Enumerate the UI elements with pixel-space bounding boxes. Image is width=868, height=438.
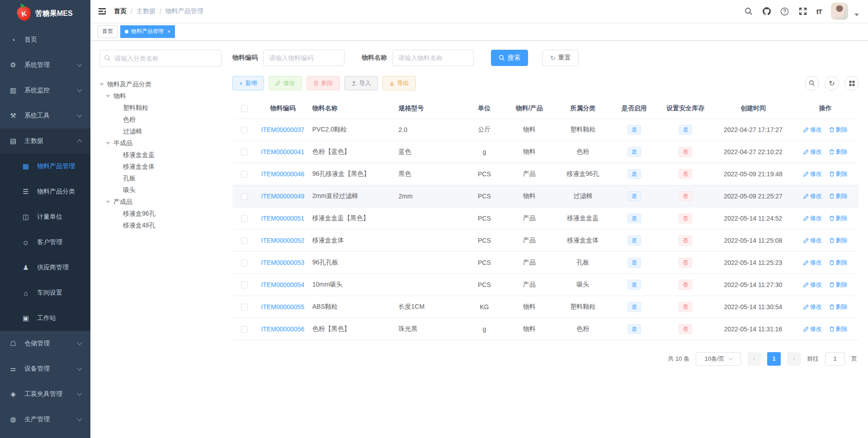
- search-icon[interactable]: [744, 7, 753, 16]
- material-code-link[interactable]: ITEM00000041: [261, 148, 305, 155]
- close-icon[interactable]: ×: [167, 28, 170, 35]
- material-code-link[interactable]: ITEM00000037: [261, 126, 305, 133]
- row-delete-link[interactable]: 删除: [829, 170, 848, 178]
- tree-node-leaf[interactable]: 塑料颗粒: [99, 102, 222, 114]
- row-delete-link[interactable]: 删除: [829, 281, 848, 289]
- row-checkbox[interactable]: [241, 237, 248, 244]
- material-code-link[interactable]: ITEM00000052: [261, 237, 305, 244]
- prev-page-button[interactable]: ‹: [747, 352, 761, 366]
- row-edit-link[interactable]: 修改: [803, 236, 822, 245]
- row-edit-link[interactable]: 修改: [803, 192, 822, 200]
- import-button[interactable]: 导入: [344, 76, 378, 90]
- row-checkbox[interactable]: [241, 171, 248, 178]
- sidebar-item-production-management[interactable]: ◍ 生产管理: [0, 407, 90, 432]
- show-search-toggle-button[interactable]: [805, 76, 819, 90]
- material-code-link[interactable]: ITEM00000051: [261, 215, 305, 222]
- material-code-link[interactable]: ITEM00000056: [261, 325, 305, 333]
- github-icon[interactable]: [762, 7, 771, 16]
- tree-node-leaf[interactable]: 过滤棉: [99, 126, 222, 137]
- row-delete-link[interactable]: 删除: [829, 303, 848, 311]
- tree-node-leaf[interactable]: 移液盒96孔: [99, 208, 222, 220]
- sidebar-item-equipment-management[interactable]: ⚌ 设备管理: [0, 356, 90, 381]
- add-button[interactable]: + 新增: [232, 76, 264, 90]
- tree-node-leaf[interactable]: 移液盒盒盖: [99, 149, 222, 161]
- material-code-link[interactable]: ITEM00000049: [261, 193, 305, 200]
- tree-node-finished[interactable]: 产成品: [99, 196, 222, 208]
- edit-button[interactable]: 修改: [269, 76, 302, 90]
- row-edit-link[interactable]: 修改: [803, 281, 822, 289]
- code-filter-input[interactable]: [263, 50, 344, 66]
- next-page-button[interactable]: ›: [787, 352, 801, 366]
- row-delete-link[interactable]: 删除: [829, 236, 848, 245]
- row-checkbox[interactable]: [241, 215, 248, 222]
- sidebar-item-master-data[interactable]: ▤ 主数据: [0, 128, 90, 154]
- sidebar-item-warehouse-management[interactable]: ☖ 仓储管理: [0, 331, 90, 356]
- row-checkbox[interactable]: [241, 149, 248, 155]
- sidebar-item-home[interactable]: ◔ 首页: [0, 27, 90, 52]
- reset-button[interactable]: ↻ 重置: [542, 50, 579, 66]
- tree-node-semifinished[interactable]: 半成品: [99, 137, 222, 149]
- tree-expand-icon[interactable]: [106, 201, 110, 203]
- row-delete-link[interactable]: 删除: [829, 259, 848, 267]
- tree-expand-icon[interactable]: [99, 83, 104, 86]
- tree-node-material[interactable]: 物料: [99, 90, 222, 102]
- delete-button[interactable]: 删除: [307, 76, 340, 90]
- sidebar-item-material-product-category[interactable]: ☰ 物料产品分类: [0, 179, 90, 204]
- row-delete-link[interactable]: 删除: [829, 214, 848, 222]
- page-number-button[interactable]: 1: [767, 352, 781, 366]
- search-button[interactable]: 搜索: [491, 50, 528, 66]
- material-code-link[interactable]: ITEM00000053: [261, 259, 305, 266]
- fullscreen-icon[interactable]: [798, 7, 807, 16]
- row-checkbox[interactable]: [241, 304, 248, 311]
- sidebar-item-system-monitor[interactable]: ▥ 系统监控: [0, 78, 90, 103]
- row-edit-link[interactable]: 修改: [803, 303, 822, 311]
- row-delete-link[interactable]: 删除: [829, 192, 848, 200]
- sidebar-item-workshop-settings[interactable]: ⌂ 车间设置: [0, 280, 90, 306]
- tree-node-leaf[interactable]: 吸头: [99, 184, 222, 196]
- user-menu-caret-icon[interactable]: [854, 14, 859, 16]
- breadcrumb-master-data[interactable]: 主数据: [137, 7, 156, 15]
- row-edit-link[interactable]: 修改: [803, 259, 822, 267]
- tree-node-leaf[interactable]: 移液盒48孔: [99, 220, 222, 231]
- sidebar-item-tooling-fixture-management[interactable]: ◈ 工装夹具管理: [0, 381, 90, 407]
- tree-node-root[interactable]: 物料及产品分类: [99, 79, 222, 90]
- tree-expand-icon[interactable]: [106, 95, 110, 98]
- name-filter-input[interactable]: [392, 50, 474, 66]
- tab-home[interactable]: 首页: [98, 25, 118, 38]
- font-size-icon[interactable]: tT: [816, 8, 822, 15]
- row-edit-link[interactable]: 修改: [803, 170, 822, 178]
- tree-node-leaf[interactable]: 色粉: [99, 114, 222, 126]
- tree-expand-icon[interactable]: [106, 142, 110, 145]
- material-code-link[interactable]: ITEM00000054: [261, 281, 305, 288]
- select-all-checkbox[interactable]: [241, 105, 248, 112]
- column-settings-button[interactable]: [844, 76, 859, 90]
- row-edit-link[interactable]: 修改: [803, 126, 822, 134]
- sidebar-item-customer-management[interactable]: ☺ 客户管理: [0, 230, 90, 255]
- refresh-table-button[interactable]: ↻: [825, 76, 839, 90]
- sidebar-item-system-tools[interactable]: ⚒ 系统工具: [0, 103, 90, 128]
- sidebar-item-measurement-unit[interactable]: ◫ 计量单位: [0, 204, 90, 230]
- sidebar-item-system-management[interactable]: ⚙ 系统管理: [0, 52, 90, 78]
- row-checkbox[interactable]: [241, 282, 248, 288]
- sidebar-toggle-icon[interactable]: [98, 7, 107, 16]
- category-search-input[interactable]: [99, 50, 222, 67]
- sidebar-item-workstation[interactable]: ▣ 工作站: [0, 306, 90, 331]
- sidebar-item-supplier-management[interactable]: ♟ 供应商管理: [0, 255, 90, 280]
- row-checkbox[interactable]: [241, 259, 248, 266]
- tree-node-leaf[interactable]: 移液盒盒体: [99, 161, 222, 173]
- row-checkbox[interactable]: [241, 193, 248, 200]
- row-delete-link[interactable]: 删除: [829, 325, 848, 333]
- tab-material-product-management[interactable]: 物料产品管理 ×: [120, 25, 175, 38]
- row-delete-link[interactable]: 删除: [829, 126, 848, 134]
- goto-page-input[interactable]: [825, 352, 845, 366]
- avatar[interactable]: [831, 3, 848, 20]
- sidebar-item-material-product-management[interactable]: ▦ 物料产品管理: [0, 154, 90, 179]
- tree-node-leaf[interactable]: 孔板: [99, 173, 222, 184]
- export-button[interactable]: 导出: [382, 76, 416, 90]
- row-edit-link[interactable]: 修改: [803, 148, 822, 156]
- row-checkbox[interactable]: [241, 326, 248, 333]
- material-code-link[interactable]: ITEM00000055: [261, 303, 305, 311]
- page-size-select[interactable]: 10条/页: [696, 352, 741, 366]
- row-edit-link[interactable]: 修改: [803, 214, 822, 222]
- row-checkbox[interactable]: [241, 127, 248, 133]
